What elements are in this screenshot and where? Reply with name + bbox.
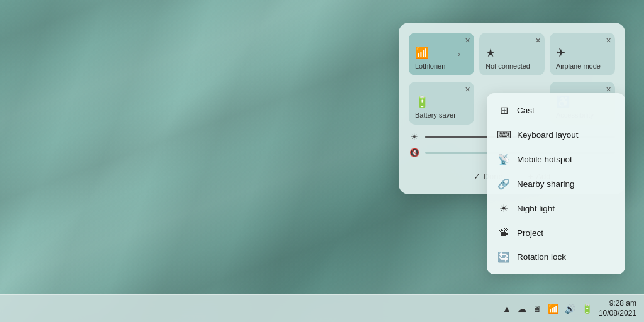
menu-item-hotspot[interactable]: 📡 Mobile hotspot bbox=[487, 147, 625, 172]
nearby-label: Nearby sharing bbox=[517, 179, 575, 189]
taskbar-wifi-icon[interactable]: 📶 bbox=[548, 304, 558, 314]
wifi-chevron-icon[interactable]: › bbox=[458, 50, 460, 58]
taskbar-display-icon[interactable]: 🖥 bbox=[533, 304, 541, 314]
project-icon: 📽 bbox=[497, 227, 511, 238]
done-check-icon: ✓ bbox=[474, 172, 480, 181]
menu-item-rotation[interactable]: 🔄 Rotation lock bbox=[487, 245, 625, 269]
battery-icon: 🔋 bbox=[415, 95, 468, 109]
keyboard-label: Keyboard layout bbox=[517, 130, 579, 140]
bluetooth-pin-icon[interactable]: ✕ bbox=[535, 36, 541, 45]
tiles-row-1: ✕ 📶 › Lothlorien ✕ ★ Not connected ✕ ✈ A… bbox=[409, 33, 615, 75]
project-label: Project bbox=[517, 228, 543, 238]
airplane-tile[interactable]: ✕ ✈ Airplane mode bbox=[550, 33, 615, 75]
taskbar-cloud-icon[interactable]: ☁ bbox=[518, 304, 526, 314]
airplane-label: Airplane mode bbox=[556, 62, 609, 70]
nearby-icon: 🔗 bbox=[497, 178, 511, 190]
menu-item-nightlight[interactable]: ☀ Night light bbox=[487, 196, 625, 221]
cast-icon: ⊞ bbox=[497, 104, 511, 116]
rotation-icon: 🔄 bbox=[497, 251, 511, 263]
bluetooth-icon: ★ bbox=[486, 46, 538, 60]
brightness-icon: ☀ bbox=[409, 132, 420, 142]
menu-item-cast[interactable]: ⊞ Cast bbox=[487, 98, 625, 123]
airplane-pin-icon[interactable]: ✕ bbox=[606, 36, 611, 45]
taskbar-date: 10/08/2021 bbox=[599, 309, 636, 319]
taskbar-clock[interactable]: 9:28 am 10/08/2021 bbox=[599, 299, 636, 318]
battery-tile[interactable]: ✕ 🔋 Battery saver bbox=[409, 82, 474, 125]
wifi-pin-icon[interactable]: ✕ bbox=[465, 36, 470, 45]
hotspot-icon: 📡 bbox=[497, 153, 511, 165]
taskbar-time: 9:28 am bbox=[609, 299, 636, 309]
battery-pin-icon[interactable]: ✕ bbox=[465, 86, 470, 94]
bluetooth-tile[interactable]: ✕ ★ Not connected bbox=[479, 33, 545, 75]
taskbar-system-icons: ▲ ☁ 🖥 📶 🔊 🔋 bbox=[502, 304, 592, 314]
keyboard-icon: ⌨ bbox=[497, 129, 511, 141]
wifi-tile[interactable]: ✕ 📶 › Lothlorien bbox=[409, 33, 474, 75]
menu-item-keyboard[interactable]: ⌨ Keyboard layout bbox=[487, 123, 625, 147]
taskbar: ▲ ☁ 🖥 📶 🔊 🔋 9:28 am 10/08/2021 bbox=[0, 294, 644, 322]
wifi-label: Lothlorien bbox=[415, 62, 468, 70]
nightlight-icon: ☀ bbox=[497, 203, 511, 214]
cast-label: Cast bbox=[517, 106, 535, 115]
hotspot-label: Mobile hotspot bbox=[517, 155, 572, 164]
menu-item-nearby[interactable]: 🔗 Nearby sharing bbox=[487, 172, 625, 196]
rotation-label: Rotation lock bbox=[517, 252, 566, 262]
quick-settings-dropdown: ⊞ Cast ⌨ Keyboard layout 📡 Mobile hotspo… bbox=[487, 93, 625, 274]
taskbar-chevron-icon[interactable]: ▲ bbox=[502, 304, 511, 314]
bluetooth-label: Not connected bbox=[486, 62, 538, 70]
taskbar-battery-icon[interactable]: 🔋 bbox=[582, 304, 592, 314]
volume-icon: 🔇 bbox=[409, 148, 420, 157]
battery-label: Battery saver bbox=[415, 111, 468, 119]
menu-item-project[interactable]: 📽 Project bbox=[487, 221, 625, 245]
taskbar-volume-icon[interactable]: 🔊 bbox=[565, 304, 575, 314]
nightlight-label: Night light bbox=[517, 204, 555, 213]
airplane-icon: ✈ bbox=[556, 46, 609, 60]
